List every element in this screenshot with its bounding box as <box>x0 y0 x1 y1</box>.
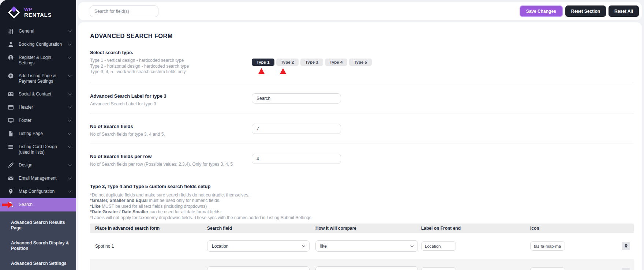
submenu-item-advanced-search-results-page[interactable]: Advanced Search Results Page <box>0 215 76 236</box>
brand-logo: WP RENTALS <box>0 0 76 19</box>
search-type-desc-line: Type 3, 4, 5 - work with search custom f… <box>90 69 252 75</box>
envelope-icon <box>8 175 14 181</box>
sidebar-item-social-contact[interactable]: Social & Contact <box>0 88 76 101</box>
main-panel: ADVANCED SEARCH FORM Select search type.… <box>78 22 642 270</box>
reset-all-button[interactable]: Reset All <box>609 5 639 17</box>
table-header-row: Place in advanced search form Search fie… <box>90 224 634 233</box>
section-desc: No of Search fields per row (Possible va… <box>90 162 252 168</box>
sidebar-item-booking-configuration[interactable]: Booking Configuration <box>0 38 76 51</box>
sidebar-item-label: Design <box>19 162 64 168</box>
type-3-button[interactable]: Type 3 <box>300 59 323 66</box>
address-card-icon <box>8 91 14 97</box>
person-icon <box>8 41 14 48</box>
col-header-label: Label on Front end <box>416 226 525 231</box>
chevron-down-icon <box>68 131 72 135</box>
section-desc: Advanced Search Label for type 3 <box>90 101 252 107</box>
annotation-arrow-type1-icon <box>258 68 265 74</box>
table-row: Spot no 2 check_in date bigger <box>90 259 634 270</box>
pen-icon <box>8 162 14 168</box>
col-header-search-field: Search field <box>202 226 310 231</box>
page-title: ADVANCED SEARCH FORM <box>90 33 634 40</box>
front-end-label-input[interactable] <box>421 267 456 270</box>
icon-preview-button[interactable] <box>622 268 630 270</box>
section-title: No of Search fields per row <box>90 154 252 159</box>
annotation-arrow-search-icon <box>2 202 13 208</box>
fields-per-row-input[interactable] <box>252 154 341 164</box>
brand-name-top: WP <box>24 7 52 12</box>
chevron-down-icon <box>68 189 72 193</box>
map-pin-icon <box>8 188 14 195</box>
icon-class-input[interactable] <box>530 267 565 270</box>
chevron-down-icon <box>302 244 305 247</box>
chevron-down-icon <box>68 145 72 148</box>
custom-search-fields-table: Place in advanced search form Search fie… <box>90 224 634 270</box>
sidebar-item-label: Listing Page <box>19 131 64 136</box>
type-5-button[interactable]: Type 5 <box>349 59 372 66</box>
sidebar-item-search[interactable]: Search <box>0 198 76 211</box>
sidebar-item-label: Map Configuration <box>19 189 64 194</box>
field-search-input[interactable] <box>90 5 158 17</box>
search-field-select[interactable]: check_in <box>207 266 310 270</box>
sidebar-item-label: General <box>19 29 64 34</box>
setup-note: *Labels will not apply for taxonomy drop… <box>90 215 634 221</box>
front-end-label-input[interactable] <box>421 241 456 251</box>
section-advanced-search-label: Advanced Search Label for type 3 Advance… <box>90 83 634 113</box>
chevron-down-icon <box>68 42 72 46</box>
topbar: Save Changes Reset Section Reset All <box>78 2 642 20</box>
no-of-search-fields-input[interactable] <box>252 124 341 134</box>
search-field-select[interactable]: Location <box>207 240 310 252</box>
map-marker-icon <box>624 244 628 248</box>
icon-preview-button[interactable] <box>622 242 630 250</box>
type-1-button[interactable]: Type 1 <box>252 59 274 66</box>
chevron-down-icon <box>68 118 72 122</box>
submenu-item-advanced-search-display-position[interactable]: Advanced Search Display & Position <box>0 236 76 256</box>
search-submenu: Advanced Search Results Page Advanced Se… <box>0 211 76 270</box>
screen: WP RENTALS General Booking Configuration… <box>0 0 644 270</box>
sidebar-item-listing-card-design[interactable]: Listing Card Design (used in lists) <box>0 140 76 159</box>
sidebar: WP RENTALS General Booking Configuration… <box>0 0 76 270</box>
user-circle-icon <box>8 55 14 61</box>
sidebar-item-map-configuration[interactable]: Map Configuration <box>0 185 76 198</box>
chevron-down-icon <box>68 74 72 77</box>
brand-name-bottom: RENTALS <box>24 12 52 18</box>
sidebar-item-register-login-settings[interactable]: Register & Login Settings <box>0 51 76 70</box>
sidebar-item-email-management[interactable]: Email Management <box>0 172 76 185</box>
wp-rentals-logo-icon <box>7 6 20 19</box>
section-title: Select search type. <box>90 50 252 55</box>
type-2-button[interactable]: Type 2 <box>276 59 299 66</box>
advanced-search-label-input[interactable] <box>252 93 341 104</box>
chevron-down-icon <box>411 244 413 247</box>
sidebar-item-label: Social & Contact <box>19 91 64 97</box>
search-type-desc-line: Type 1 - vertical design - hardcoded sea… <box>90 58 252 64</box>
sidebar-item-label: Listing Card Design (used in lists) <box>19 144 64 155</box>
search-type-options: Type 1 Type 2 Type 3 Type 4 Type 5 <box>252 59 634 77</box>
save-changes-button[interactable]: Save Changes <box>520 5 563 17</box>
section-select-search-type: Select search type. Type 1 - vertical de… <box>90 40 634 83</box>
sidebar-item-header[interactable]: Header <box>0 101 76 114</box>
icon-class-input[interactable] <box>530 241 565 251</box>
sidebar-item-add-listing-payment[interactable]: Add Listing Page & Payment Settings <box>0 70 76 88</box>
sidebar-item-label: Search <box>19 202 71 207</box>
sidebar-item-general[interactable]: General <box>0 25 76 38</box>
chevron-down-icon <box>68 55 72 59</box>
type-4-button[interactable]: Type 4 <box>325 59 348 66</box>
sidebar-item-design[interactable]: Design <box>0 159 76 172</box>
chevron-down-icon <box>68 92 72 95</box>
reset-section-button[interactable]: Reset Section <box>565 5 606 17</box>
file-icon <box>8 131 14 137</box>
compare-select[interactable]: like <box>315 240 418 252</box>
search-type-desc-line: Type 2 - horizontal design - hardcoded s… <box>90 64 252 70</box>
annotation-arrow-type2-icon <box>280 68 286 74</box>
section-no-of-search-fields: No of Search fields No of Search fields … <box>90 113 634 143</box>
plus-circle-icon <box>8 73 14 79</box>
sliders-icon <box>8 28 14 34</box>
chevron-down-icon <box>68 163 72 166</box>
submenu-item-advanced-search-settings[interactable]: Advanced Search Settings <box>0 256 76 270</box>
compare-select[interactable]: date bigger <box>315 266 418 270</box>
display-icon <box>8 117 14 124</box>
sidebar-item-listing-page[interactable]: Listing Page <box>0 127 76 140</box>
table-row: Spot no 1 Location like <box>90 233 634 259</box>
sidebar-item-footer[interactable]: Footer <box>0 114 76 127</box>
sidebar-item-label: Header <box>19 105 64 110</box>
chevron-down-icon <box>68 105 72 109</box>
